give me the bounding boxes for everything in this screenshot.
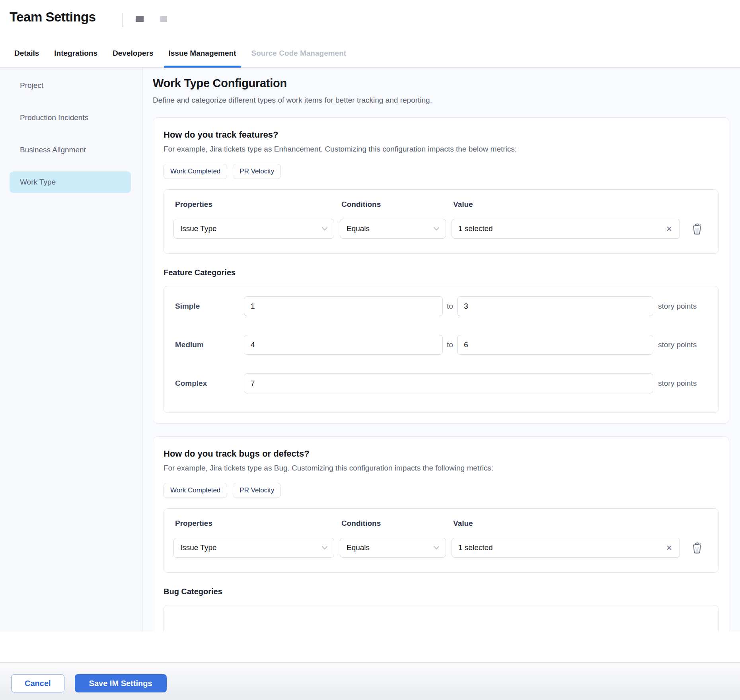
features-heading: How do you track features? <box>164 130 719 140</box>
property-select[interactable]: Issue Type <box>173 219 334 239</box>
value-column-header: Value <box>452 200 680 209</box>
content-title: Work Type Configuration <box>153 77 740 90</box>
clear-selection-icon[interactable]: ✕ <box>664 542 674 553</box>
value-column-header: Value <box>452 519 680 528</box>
to-label: to <box>443 302 457 311</box>
delete-rule-button[interactable] <box>691 541 703 554</box>
tab-source-code-management: Source Code Management <box>247 49 351 67</box>
features-subheading: For example, Jira tickets type as Enhanc… <box>164 145 719 154</box>
tab-developers[interactable]: Developers <box>108 49 158 67</box>
category-row-medium: Medium to story points <box>175 335 708 355</box>
category-name: Simple <box>175 302 244 311</box>
condition-select[interactable]: Equals <box>340 538 446 558</box>
features-metric-badges: Work Completed PR Velocity <box>164 164 719 179</box>
condition-select[interactable]: Equals <box>340 219 446 239</box>
bugs-rule-box: Properties Conditions Value Issue Type E… <box>164 508 719 573</box>
metric-badge-work-completed: Work Completed <box>164 164 227 179</box>
placeholder-block-icon <box>136 16 144 22</box>
category-row-simple: Simple to story points <box>175 296 708 316</box>
bug-categories-label: Bug Categories <box>164 587 719 596</box>
cancel-button[interactable]: Cancel <box>11 674 64 692</box>
chevron-down-icon <box>322 227 327 231</box>
placeholder-block-icon <box>160 16 167 22</box>
main-content: Work Type Configuration Define and categ… <box>142 68 740 632</box>
top-bar: Team Settings Details Integrations Devel… <box>0 0 740 68</box>
feature-categories-box: Simple to story points Medium to story p… <box>164 286 719 413</box>
settings-sidebar: Project Production Incidents Business Al… <box>0 68 142 632</box>
trash-icon <box>691 541 703 554</box>
conditions-column-header: Conditions <box>340 200 446 209</box>
clear-selection-icon[interactable]: ✕ <box>664 224 674 234</box>
tab-details[interactable]: Details <box>10 49 44 67</box>
features-rule-box: Properties Conditions Value Issue Type E… <box>164 189 719 254</box>
content-subtitle: Define and categorize different types of… <box>153 96 740 105</box>
delete-rule-button[interactable] <box>691 222 703 235</box>
save-im-settings-button[interactable]: Save IM Settings <box>75 674 167 692</box>
bugs-heading: How do you track bugs or defects? <box>164 449 719 459</box>
page-title: Team Settings <box>10 10 96 25</box>
title-divider <box>122 13 123 27</box>
metric-badge-pr-velocity: PR Velocity <box>233 483 281 498</box>
trash-icon <box>691 222 703 235</box>
sidebar-item-project[interactable]: Project <box>10 75 131 96</box>
content-bottom-gap <box>0 632 740 662</box>
chevron-down-icon <box>434 227 439 231</box>
sidebar-item-business-alignment[interactable]: Business Alignment <box>10 139 131 161</box>
features-section-card: How do you track features? For example, … <box>153 117 729 424</box>
footer-action-bar: Cancel Save IM Settings <box>0 662 740 700</box>
value-multiselect[interactable]: 1 selected ✕ <box>452 538 680 558</box>
feature-categories-label: Feature Categories <box>164 268 719 277</box>
property-select[interactable]: Issue Type <box>173 538 334 558</box>
unit-label: story points <box>658 379 697 388</box>
metric-badge-pr-velocity: PR Velocity <box>233 164 281 179</box>
bug-categories-box <box>164 605 719 632</box>
sidebar-item-work-type[interactable]: Work Type <box>10 171 131 193</box>
bugs-metric-badges: Work Completed PR Velocity <box>164 483 719 498</box>
chevron-down-icon <box>322 546 327 550</box>
tab-integrations[interactable]: Integrations <box>49 49 102 67</box>
tab-issue-management[interactable]: Issue Management <box>164 49 241 67</box>
category-name: Medium <box>175 340 244 349</box>
simple-to-input[interactable] <box>457 296 653 316</box>
sidebar-item-production-incidents[interactable]: Production Incidents <box>10 107 131 128</box>
bugs-section-card: How do you track bugs or defects? For ex… <box>153 436 729 632</box>
medium-to-input[interactable] <box>457 335 653 355</box>
chevron-down-icon <box>434 546 439 550</box>
unit-label: story points <box>658 302 697 311</box>
simple-from-input[interactable] <box>244 296 443 316</box>
value-multiselect[interactable]: 1 selected ✕ <box>452 219 680 239</box>
properties-column-header: Properties <box>173 200 334 209</box>
conditions-column-header: Conditions <box>340 519 446 528</box>
metric-badge-work-completed: Work Completed <box>164 483 227 498</box>
to-label: to <box>443 340 457 349</box>
category-name: Complex <box>175 379 244 388</box>
unit-label: story points <box>658 340 697 349</box>
complex-from-input[interactable] <box>244 373 653 393</box>
category-row-complex: Complex story points <box>175 373 708 393</box>
tab-bar: Details Integrations Developers Issue Ma… <box>0 49 740 67</box>
bugs-subheading: For example, Jira tickets type as Bug. C… <box>164 464 719 472</box>
workspace: Project Production Incidents Business Al… <box>0 68 740 632</box>
medium-from-input[interactable] <box>244 335 443 355</box>
properties-column-header: Properties <box>173 519 334 528</box>
